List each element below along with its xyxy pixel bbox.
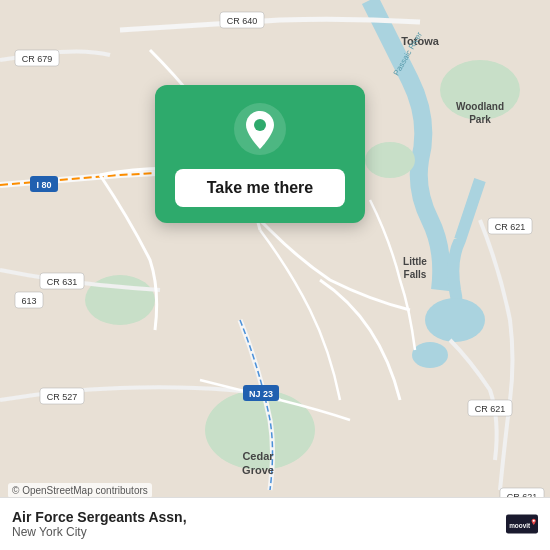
svg-text:Falls: Falls [404,269,427,280]
place-region: New York City [12,525,187,539]
svg-text:CR 640: CR 640 [227,16,258,26]
svg-text:CR 527: CR 527 [47,392,78,402]
bottom-bar: Air Force Sergeants Assn, New York City … [0,497,550,550]
map-background: CR 679 CR 640 I 80 CR 631 CR 527 NJ 23 C… [0,0,550,550]
svg-point-4 [85,275,155,325]
map-container: CR 679 CR 640 I 80 CR 631 CR 527 NJ 23 C… [0,0,550,550]
svg-text:Grove: Grove [242,464,274,476]
svg-text:CR 631: CR 631 [47,277,78,287]
svg-point-39 [533,520,535,522]
svg-text:613: 613 [21,296,36,306]
attribution-text: © OpenStreetMap contributors [12,485,148,496]
svg-text:CR 621: CR 621 [495,222,526,232]
take-me-there-button[interactable]: Take me there [175,169,345,207]
pin-icon [234,103,286,155]
svg-point-6 [365,142,415,178]
svg-text:Park: Park [469,114,491,125]
svg-text:I 80: I 80 [36,180,51,190]
svg-text:Woodland: Woodland [456,101,504,112]
svg-text:Little: Little [403,256,427,267]
svg-text:NJ 23: NJ 23 [249,389,273,399]
svg-text:moovit: moovit [509,522,531,529]
moovit-icon: moovit [506,508,538,540]
svg-point-1 [425,298,485,342]
location-card: Take me there [155,85,365,223]
osm-attribution: © OpenStreetMap contributors [8,483,152,498]
moovit-logo: moovit [506,508,538,540]
place-name: Air Force Sergeants Assn, [12,509,187,525]
svg-point-36 [254,119,266,131]
location-info: Air Force Sergeants Assn, New York City [12,509,187,539]
svg-point-2 [412,342,448,368]
svg-text:CR 621: CR 621 [475,404,506,414]
svg-text:Cedar: Cedar [242,450,274,462]
svg-text:CR 679: CR 679 [22,54,53,64]
